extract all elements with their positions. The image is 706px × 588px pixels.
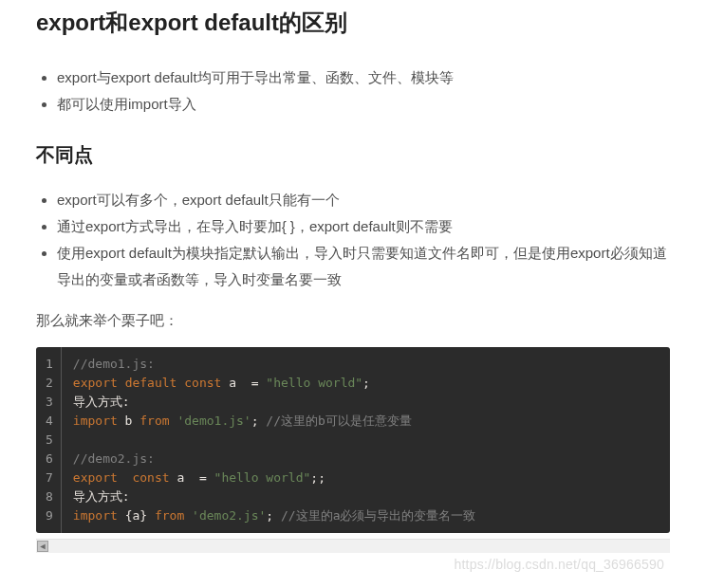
list-item: export可以有多个，export default只能有一个 [57,187,670,213]
watermark: https://blog.csdn.net/qq_36966590 [36,553,670,574]
line-number: 8 [46,487,53,506]
scroll-left-button[interactable]: ◄ [37,541,48,552]
line-number: 5 [46,431,53,450]
list-item: export与export default均可用于导出常量、函数、文件、模块等 [57,64,670,91]
code-content: //demo1.js:export default const a = "hel… [62,347,670,533]
list-item: 都可以使用import导入 [57,91,670,118]
line-number: 3 [46,393,53,412]
line-number: 1 [46,355,53,374]
line-number: 7 [46,469,53,487]
similarities-list: export与export default均可用于导出常量、函数、文件、模块等 … [36,64,670,118]
example-lead: 那么就来举个栗子吧： [36,312,670,330]
page-title: export和export default的区别 [36,0,670,38]
line-number: 6 [46,450,53,469]
code-line: 导入方式: [73,393,659,412]
horizontal-scrollbar[interactable]: ◄ [36,539,670,553]
article: export和export default的区别 export与export d… [0,0,706,574]
list-item: 通过export方式导出，在导入时要加{ }，export default则不需… [57,213,670,240]
code-gutter: 123456789 [36,347,62,533]
code-line: import {a} from 'demo2.js'; //这里的a必须与导出的… [73,506,659,525]
line-number: 4 [46,412,53,431]
list-item: 使用export default为模块指定默认输出，导入时只需要知道文件名即可，… [57,240,670,293]
differences-heading: 不同点 [36,142,670,168]
line-number: 2 [46,374,53,393]
code-line: //demo1.js: [73,355,659,374]
differences-list: export可以有多个，export default只能有一个 通过export… [36,187,670,293]
code-line: import b from 'demo1.js'; //这里的b可以是任意变量 [73,412,659,431]
code-line [73,431,659,450]
code-line: export const a = "hello world";; [73,469,659,487]
code-block: 123456789 //demo1.js:export default cons… [36,347,670,533]
line-number: 9 [46,506,53,525]
code-line: 导入方式: [73,487,659,506]
code-line: export default const a = "hello world"; [73,374,659,393]
code-line: //demo2.js: [73,450,659,469]
